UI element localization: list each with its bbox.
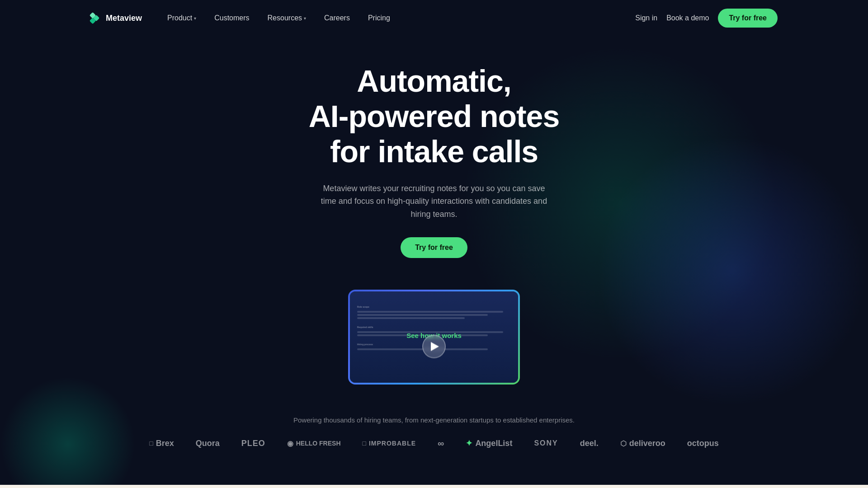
- nav-resources[interactable]: Resources ▾: [260, 10, 313, 26]
- brand-deliveroo: ⬡ deliveroo: [620, 439, 665, 448]
- play-icon: [431, 342, 439, 351]
- logo-icon: [90, 13, 102, 23]
- try-free-nav-button[interactable]: Try for free: [718, 9, 778, 28]
- video-inner: Role scope Required skills Hiring proces…: [350, 291, 518, 383]
- book-demo-link[interactable]: Book a demo: [666, 14, 709, 22]
- improbable-icon: □: [363, 440, 366, 447]
- brand-hellofresh: ◉ HELLO FRESH: [287, 439, 341, 448]
- brand-quora: Quora: [196, 439, 220, 448]
- hero-subtitle: Metaview writes your recruiting notes fo…: [316, 182, 552, 221]
- video-thumbnail[interactable]: Role scope Required skills Hiring proces…: [348, 290, 520, 385]
- brand-pleo: PLEO: [241, 439, 265, 448]
- video-section: Role scope Required skills Hiring proces…: [0, 276, 868, 407]
- logo[interactable]: Metaview: [90, 13, 142, 23]
- hero-section: Automatic, AI-powered notes for intake c…: [0, 36, 868, 276]
- brand-angellist: ✦ AngelList: [466, 438, 512, 448]
- deliveroo-icon: ⬡: [620, 439, 627, 448]
- chevron-down-icon-resources: ▾: [304, 16, 306, 21]
- angellist-icon: ✦: [466, 438, 472, 448]
- nav-pricing[interactable]: Pricing: [361, 10, 397, 26]
- logos-tagline: Powering thousands of hiring teams, from…: [90, 416, 778, 424]
- bottom-bar: [0, 485, 868, 488]
- logos-section: Powering thousands of hiring teams, from…: [0, 407, 868, 476]
- brand-generic: ∞: [438, 438, 444, 449]
- logos-grid: □ Brex Quora PLEO ◉ HELLO FRESH □ IMPROB…: [90, 438, 778, 449]
- logo-text: Metaview: [106, 14, 142, 23]
- brex-icon: □: [149, 440, 153, 447]
- try-free-hero-button[interactable]: Try for free: [401, 237, 467, 258]
- nav-careers[interactable]: Careers: [317, 10, 357, 26]
- brand-deel: deel.: [580, 439, 599, 448]
- navbar: Metaview Product ▾ Customers Resources ▾…: [0, 0, 868, 36]
- hero-title: Automatic, AI-powered notes for intake c…: [253, 63, 615, 169]
- nav-links: Product ▾ Customers Resources ▾ Careers …: [160, 10, 397, 26]
- play-button[interactable]: [422, 335, 446, 358]
- sign-in-link[interactable]: Sign in: [635, 14, 657, 22]
- nav-product[interactable]: Product ▾: [160, 10, 203, 26]
- hellofresh-icon: ◉: [287, 439, 293, 448]
- nav-right: Sign in Book a demo Try for free: [635, 9, 778, 28]
- brand-improbable: □ IMPROBABLE: [363, 440, 416, 447]
- brand-octopus: octopus: [687, 439, 719, 448]
- video-see-text: See: [406, 332, 419, 339]
- nav-left: Metaview Product ▾ Customers Resources ▾…: [90, 10, 397, 26]
- nav-customers[interactable]: Customers: [207, 10, 256, 26]
- brand-sony: SONY: [534, 439, 558, 447]
- brand-brex: □ Brex: [149, 439, 174, 448]
- chevron-down-icon: ▾: [194, 16, 196, 21]
